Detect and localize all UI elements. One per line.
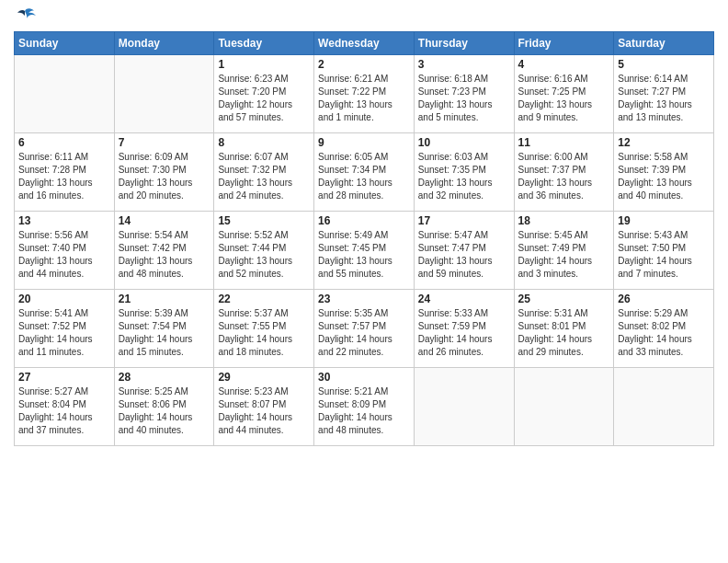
calendar-cell: 24Sunrise: 5:33 AM Sunset: 7:59 PM Dayli… — [414, 290, 514, 368]
day-info: Sunrise: 6:16 AM Sunset: 7:25 PM Dayligh… — [518, 73, 610, 124]
day-info: Sunrise: 5:25 AM Sunset: 8:06 PM Dayligh… — [119, 385, 210, 437]
calendar-cell: 6Sunrise: 6:11 AM Sunset: 7:28 PM Daylig… — [15, 133, 115, 212]
day-info: Sunrise: 6:03 AM Sunset: 7:35 PM Dayligh… — [418, 151, 510, 202]
day-number: 7 — [119, 136, 210, 149]
day-info: Sunrise: 5:56 AM Sunset: 7:40 PM Dayligh… — [18, 229, 110, 281]
day-info: Sunrise: 5:39 AM Sunset: 7:54 PM Dayligh… — [119, 307, 210, 359]
day-number: 19 — [618, 214, 710, 227]
day-info: Sunrise: 6:11 AM Sunset: 7:28 PM Dayligh… — [18, 151, 110, 202]
calendar-cell — [114, 55, 214, 133]
calendar-cell — [15, 55, 115, 133]
day-number: 11 — [518, 136, 610, 149]
calendar-cell: 14Sunrise: 5:54 AM Sunset: 7:42 PM Dayli… — [114, 212, 214, 290]
calendar-cell: 27Sunrise: 5:27 AM Sunset: 8:04 PM Dayli… — [15, 368, 115, 446]
calendar-cell: 28Sunrise: 5:25 AM Sunset: 8:06 PM Dayli… — [114, 368, 214, 446]
calendar-cell: 12Sunrise: 5:58 AM Sunset: 7:39 PM Dayli… — [614, 133, 714, 212]
calendar-table: SundayMondayTuesdayWednesdayThursdayFrid… — [14, 31, 714, 446]
day-info: Sunrise: 6:09 AM Sunset: 7:30 PM Dayligh… — [119, 151, 210, 202]
calendar-cell: 10Sunrise: 6:03 AM Sunset: 7:35 PM Dayli… — [414, 133, 514, 212]
calendar-cell: 1Sunrise: 6:23 AM Sunset: 7:20 PM Daylig… — [214, 55, 314, 133]
day-number: 27 — [18, 371, 110, 384]
day-number: 26 — [618, 293, 710, 305]
calendar-cell: 11Sunrise: 6:00 AM Sunset: 7:37 PM Dayli… — [514, 133, 614, 212]
day-info: Sunrise: 5:43 AM Sunset: 7:50 PM Dayligh… — [618, 229, 710, 281]
day-number: 30 — [318, 371, 410, 384]
day-info: Sunrise: 5:49 AM Sunset: 7:45 PM Dayligh… — [318, 229, 410, 281]
calendar-cell: 15Sunrise: 5:52 AM Sunset: 7:44 PM Dayli… — [214, 212, 314, 290]
calendar-cell: 18Sunrise: 5:45 AM Sunset: 7:49 PM Dayli… — [514, 212, 614, 290]
day-number: 25 — [518, 293, 610, 305]
day-info: Sunrise: 5:35 AM Sunset: 7:57 PM Dayligh… — [318, 307, 410, 359]
calendar-header-thursday: Thursday — [414, 32, 514, 55]
day-number: 23 — [318, 293, 410, 305]
day-number: 17 — [418, 214, 510, 227]
calendar-cell: 2Sunrise: 6:21 AM Sunset: 7:22 PM Daylig… — [314, 55, 415, 133]
calendar-cell: 5Sunrise: 6:14 AM Sunset: 7:27 PM Daylig… — [614, 55, 714, 133]
day-number: 20 — [18, 293, 110, 305]
day-info: Sunrise: 6:07 AM Sunset: 7:32 PM Dayligh… — [218, 151, 310, 202]
day-info: Sunrise: 5:47 AM Sunset: 7:47 PM Dayligh… — [418, 229, 510, 281]
day-info: Sunrise: 5:29 AM Sunset: 8:02 PM Dayligh… — [618, 307, 710, 359]
day-info: Sunrise: 5:27 AM Sunset: 8:04 PM Dayligh… — [18, 385, 110, 437]
calendar-cell: 25Sunrise: 5:31 AM Sunset: 8:01 PM Dayli… — [514, 290, 614, 368]
day-number: 6 — [18, 136, 110, 149]
day-info: Sunrise: 5:31 AM Sunset: 8:01 PM Dayligh… — [518, 307, 610, 359]
day-info: Sunrise: 5:41 AM Sunset: 7:52 PM Dayligh… — [18, 307, 110, 359]
calendar-cell — [514, 368, 614, 446]
calendar-cell — [414, 368, 514, 446]
day-info: Sunrise: 5:21 AM Sunset: 8:09 PM Dayligh… — [318, 385, 410, 437]
page-header — [14, 9, 714, 24]
calendar-cell: 22Sunrise: 5:37 AM Sunset: 7:55 PM Dayli… — [214, 290, 314, 368]
calendar-cell: 23Sunrise: 5:35 AM Sunset: 7:57 PM Dayli… — [314, 290, 415, 368]
day-info: Sunrise: 6:05 AM Sunset: 7:34 PM Dayligh… — [318, 151, 410, 202]
day-info: Sunrise: 6:21 AM Sunset: 7:22 PM Dayligh… — [318, 73, 410, 124]
calendar-week-row: 13Sunrise: 5:56 AM Sunset: 7:40 PM Dayli… — [15, 212, 714, 290]
calendar-header-monday: Monday — [114, 32, 214, 55]
day-number: 22 — [218, 293, 310, 305]
day-number: 24 — [418, 293, 510, 305]
calendar-cell — [614, 368, 714, 446]
calendar-cell: 19Sunrise: 5:43 AM Sunset: 7:50 PM Dayli… — [614, 212, 714, 290]
calendar-week-row: 27Sunrise: 5:27 AM Sunset: 8:04 PM Dayli… — [15, 368, 714, 446]
calendar-cell: 29Sunrise: 5:23 AM Sunset: 8:07 PM Dayli… — [214, 368, 314, 446]
calendar-cell: 8Sunrise: 6:07 AM Sunset: 7:32 PM Daylig… — [214, 133, 314, 212]
calendar-cell: 3Sunrise: 6:18 AM Sunset: 7:23 PM Daylig… — [414, 55, 514, 133]
calendar-header-sunday: Sunday — [15, 32, 115, 55]
day-info: Sunrise: 5:33 AM Sunset: 7:59 PM Dayligh… — [418, 307, 510, 359]
day-info: Sunrise: 5:52 AM Sunset: 7:44 PM Dayligh… — [218, 229, 310, 281]
day-number: 2 — [318, 58, 410, 71]
day-number: 14 — [119, 214, 210, 227]
calendar-week-row: 1Sunrise: 6:23 AM Sunset: 7:20 PM Daylig… — [15, 55, 714, 133]
day-number: 15 — [218, 214, 310, 227]
day-info: Sunrise: 6:00 AM Sunset: 7:37 PM Dayligh… — [518, 151, 610, 202]
day-info: Sunrise: 6:18 AM Sunset: 7:23 PM Dayligh… — [418, 73, 510, 124]
calendar-cell: 30Sunrise: 5:21 AM Sunset: 8:09 PM Dayli… — [314, 368, 415, 446]
day-info: Sunrise: 5:58 AM Sunset: 7:39 PM Dayligh… — [618, 151, 710, 202]
day-number: 16 — [318, 214, 410, 227]
day-number: 4 — [518, 58, 610, 71]
day-number: 8 — [218, 136, 310, 149]
calendar-cell: 13Sunrise: 5:56 AM Sunset: 7:40 PM Dayli… — [15, 212, 115, 290]
calendar-cell: 21Sunrise: 5:39 AM Sunset: 7:54 PM Dayli… — [114, 290, 214, 368]
day-info: Sunrise: 5:54 AM Sunset: 7:42 PM Dayligh… — [119, 229, 210, 281]
day-number: 21 — [119, 293, 210, 305]
day-number: 12 — [618, 136, 710, 149]
calendar-cell: 4Sunrise: 6:16 AM Sunset: 7:25 PM Daylig… — [514, 55, 614, 133]
calendar-week-row: 20Sunrise: 5:41 AM Sunset: 7:52 PM Dayli… — [15, 290, 714, 368]
day-number: 13 — [18, 214, 110, 227]
day-number: 5 — [618, 58, 710, 71]
day-info: Sunrise: 6:14 AM Sunset: 7:27 PM Dayligh… — [618, 73, 710, 124]
calendar-cell: 17Sunrise: 5:47 AM Sunset: 7:47 PM Dayli… — [414, 212, 514, 290]
logo — [14, 9, 36, 24]
day-number: 10 — [418, 136, 510, 149]
calendar-cell: 20Sunrise: 5:41 AM Sunset: 7:52 PM Dayli… — [15, 290, 115, 368]
calendar-cell: 9Sunrise: 6:05 AM Sunset: 7:34 PM Daylig… — [314, 133, 415, 212]
calendar-header-row: SundayMondayTuesdayWednesdayThursdayFrid… — [15, 32, 714, 55]
calendar-header-friday: Friday — [514, 32, 614, 55]
logo-bird-icon — [16, 7, 36, 24]
calendar-week-row: 6Sunrise: 6:11 AM Sunset: 7:28 PM Daylig… — [15, 133, 714, 212]
day-info: Sunrise: 5:45 AM Sunset: 7:49 PM Dayligh… — [518, 229, 610, 281]
day-info: Sunrise: 6:23 AM Sunset: 7:20 PM Dayligh… — [218, 73, 310, 124]
calendar-header-wednesday: Wednesday — [314, 32, 415, 55]
calendar-cell: 26Sunrise: 5:29 AM Sunset: 8:02 PM Dayli… — [614, 290, 714, 368]
